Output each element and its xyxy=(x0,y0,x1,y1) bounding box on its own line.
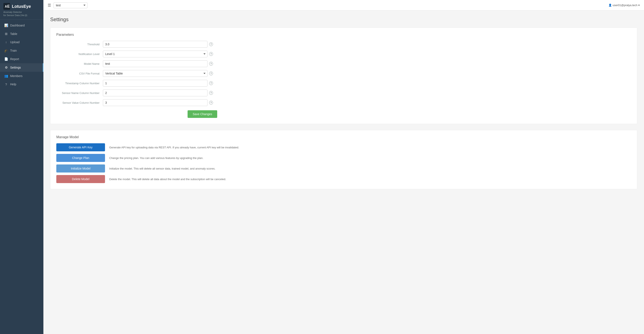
parameters-section: Parameters Threshold?Notification LevelL… xyxy=(50,28,637,124)
manage-btn-delete-model[interactable]: Delete Model xyxy=(56,175,105,183)
logo-subtitle: Anomaly Detectorfor Sensor Data (Ver.β) xyxy=(4,10,40,17)
help-icon-model_name[interactable]: ? xyxy=(209,62,213,66)
sidebar-label-train: Train xyxy=(10,49,17,52)
param-input-wrap-sensor_value_col: ? xyxy=(103,99,213,106)
param-input-wrap-timestamp_col: ? xyxy=(103,80,213,86)
save-changes-button[interactable]: Save Changes xyxy=(188,110,217,118)
train-icon: 🎓 xyxy=(4,49,8,52)
sidebar: ∧E LotusEye Anomaly Detectorfor Sensor D… xyxy=(0,0,44,334)
manage-row: Generate API KeyGenerate API key for upl… xyxy=(56,143,631,151)
help-icon-timestamp_col[interactable]: ? xyxy=(209,81,213,85)
manage-model-title: Manage Model xyxy=(56,135,631,139)
sidebar-label-help: Help xyxy=(10,82,16,86)
help-icon-sensor_name_col[interactable]: ? xyxy=(209,91,213,95)
user-email: user01@pratya.tech xyxy=(613,4,638,7)
user-icon: 👤 xyxy=(608,4,612,7)
svg-text:∧E: ∧E xyxy=(4,4,10,8)
sidebar-item-dashboard[interactable]: 📊 Dashboard xyxy=(0,21,44,30)
param-input-wrap-notification_level: Level 1Level 2Level 3? xyxy=(103,50,213,57)
sidebar-item-help[interactable]: ? Help xyxy=(0,80,44,88)
manage-model-grid: Generate API KeyGenerate API key for upl… xyxy=(56,143,631,183)
report-icon: 📄 xyxy=(4,57,8,61)
param-select-notification_level[interactable]: Level 1Level 2Level 3 xyxy=(103,50,208,57)
sidebar-label-settings: Settings xyxy=(10,66,21,69)
manage-desc: Delete the model. This will delete all d… xyxy=(109,178,631,181)
help-icon-threshold[interactable]: ? xyxy=(209,42,213,46)
param-input-sensor_value_col[interactable] xyxy=(103,99,208,106)
param-input-timestamp_col[interactable] xyxy=(103,80,208,86)
param-select-csv_file_format[interactable]: Vertical TableHorizontal Table xyxy=(103,70,208,77)
manage-desc: Change the pricing plan. You can add var… xyxy=(109,156,631,160)
sidebar-item-upload[interactable]: ↑ Upload xyxy=(0,38,44,46)
param-input-threshold[interactable] xyxy=(103,41,208,48)
logo-icon: ∧E xyxy=(4,3,10,10)
sidebar-nav: 📊 Dashboard⊞ Table↑ Upload🎓 Train📄 Repor… xyxy=(0,20,44,334)
help-icon-notification_level[interactable]: ? xyxy=(209,52,213,56)
manage-row: Initialize ModelInitialize the model. Th… xyxy=(56,164,631,172)
sidebar-label-report: Report xyxy=(10,57,19,61)
manage-model-section: Manage Model Generate API KeyGenerate AP… xyxy=(50,130,637,189)
logo-text: LotusEye xyxy=(12,4,31,9)
topbar: ☰ test 👤 user01@pratya.tech ▾ xyxy=(44,0,644,10)
parameters-form: Threshold?Notification LevelLevel 1Level… xyxy=(56,41,631,106)
param-row-sensor_name_col: Sensor Name Column Number? xyxy=(56,90,631,96)
sidebar-item-train[interactable]: 🎓 Train xyxy=(0,46,44,55)
upload-icon: ↑ xyxy=(4,40,8,44)
sidebar-item-settings[interactable]: ⚙ Settings xyxy=(0,63,44,72)
param-label-model_name: Model Name xyxy=(56,62,103,66)
page-title: Settings xyxy=(50,16,637,22)
param-input-model_name[interactable] xyxy=(103,60,208,67)
manage-row: Delete ModelDelete the model. This will … xyxy=(56,175,631,183)
sidebar-label-dashboard: Dashboard xyxy=(10,24,25,27)
help-icon-csv_file_format[interactable]: ? xyxy=(209,72,213,75)
param-input-wrap-threshold: ? xyxy=(103,41,213,48)
members-icon: 👥 xyxy=(4,74,8,78)
param-row-timestamp_col: Timestamp Column Number? xyxy=(56,80,631,86)
sidebar-item-members[interactable]: 👥 Members xyxy=(0,72,44,80)
param-input-wrap-sensor_name_col: ? xyxy=(103,90,213,96)
param-row-model_name: Model Name? xyxy=(56,60,631,67)
help-icon-sensor_value_col[interactable]: ? xyxy=(209,101,213,104)
param-input-wrap-csv_file_format: Vertical TableHorizontal Table? xyxy=(103,70,213,77)
sidebar-label-members: Members xyxy=(10,74,22,78)
param-label-notification_level: Notification Level xyxy=(56,52,103,56)
manage-desc: Generate API key for uploading data via … xyxy=(109,146,631,149)
project-select[interactable]: test xyxy=(54,2,88,8)
manage-desc: Initialize the model. This will delete a… xyxy=(109,167,631,170)
param-row-csv_file_format: CSV File FormatVertical TableHorizontal … xyxy=(56,70,631,77)
manage-btn-generate-api-key[interactable]: Generate API Key xyxy=(56,143,105,151)
sidebar-label-upload: Upload xyxy=(10,40,20,44)
param-row-sensor_value_col: Sensor Value Column Number? xyxy=(56,99,631,106)
manage-row: Change PlanChange the pricing plan. You … xyxy=(56,154,631,162)
param-label-sensor_name_col: Sensor Name Column Number xyxy=(56,92,103,94)
hamburger-icon[interactable]: ☰ xyxy=(48,3,51,8)
help-icon: ? xyxy=(4,82,8,86)
param-label-timestamp_col: Timestamp Column Number xyxy=(56,82,103,85)
manage-btn-initialize-model[interactable]: Initialize Model xyxy=(56,164,105,172)
sidebar-item-table[interactable]: ⊞ Table xyxy=(0,30,44,38)
table-icon: ⊞ xyxy=(4,32,8,36)
sidebar-label-table: Table xyxy=(10,32,17,36)
main-area: ☰ test 👤 user01@pratya.tech ▾ Settings P… xyxy=(44,0,644,334)
content: Settings Parameters Threshold?Notificati… xyxy=(44,10,644,334)
param-row-notification_level: Notification LevelLevel 1Level 2Level 3? xyxy=(56,50,631,57)
sidebar-item-report[interactable]: 📄 Report xyxy=(0,55,44,63)
param-input-sensor_name_col[interactable] xyxy=(103,90,208,96)
manage-btn-change-plan[interactable]: Change Plan xyxy=(56,154,105,162)
user-dropdown-icon: ▾ xyxy=(638,4,640,7)
param-label-csv_file_format: CSV File Format xyxy=(56,72,103,75)
param-label-threshold: Threshold xyxy=(56,43,103,46)
settings-icon: ⚙ xyxy=(4,66,8,70)
param-label-sensor_value_col: Sensor Value Column Number xyxy=(56,101,103,104)
parameters-section-title: Parameters xyxy=(56,33,631,36)
logo-area: ∧E LotusEye Anomaly Detectorfor Sensor D… xyxy=(0,0,44,20)
param-input-wrap-model_name: ? xyxy=(103,60,213,67)
dashboard-icon: 📊 xyxy=(4,24,8,27)
param-row-threshold: Threshold? xyxy=(56,41,631,48)
topbar-user: 👤 user01@pratya.tech ▾ xyxy=(608,4,640,7)
